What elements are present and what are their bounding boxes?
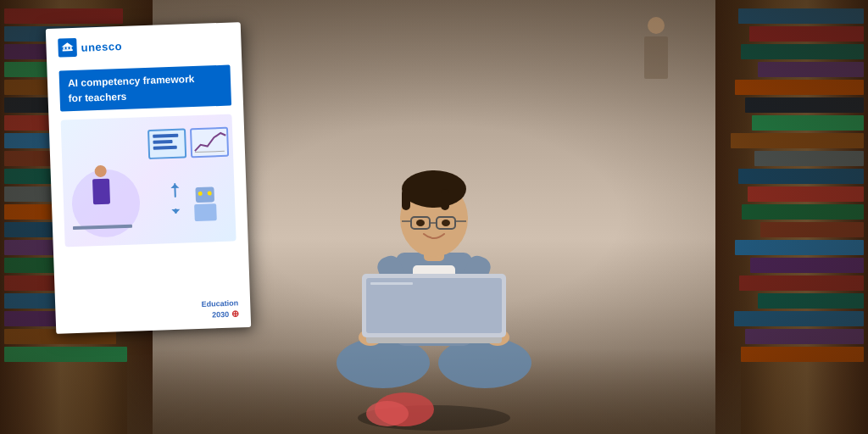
bar1 [153,133,178,137]
svg-rect-9 [441,189,449,210]
svg-rect-32 [195,150,225,152]
temple-icon [60,41,75,55]
illus-person-body [92,178,110,204]
illus-person-head [94,164,106,176]
unesco-document: unesco AI competency framework for teach… [46,22,251,334]
document-footer: Education 2030 ⊕ [202,300,239,320]
svg-rect-23 [366,278,502,333]
arrows-svg [162,179,188,214]
document-illustration [61,114,236,247]
svg-point-15 [416,220,425,226]
document-title-section: AI competency framework for teachers [59,65,232,112]
svg-rect-30 [70,47,72,49]
main-person-area [298,108,570,434]
document-header: unesco [46,22,242,64]
illustration-robot [192,186,218,221]
unesco-logo: unesco [58,36,122,58]
illustration-person [79,164,124,234]
svg-rect-27 [63,49,73,51]
illustration-screen1 [147,128,186,159]
bg-person-body [644,36,668,79]
svg-point-26 [366,401,409,426]
svg-marker-31 [61,42,73,47]
bar2 [153,140,172,144]
unesco-icon [58,38,77,58]
svg-rect-29 [67,47,69,49]
svg-rect-24 [370,282,413,285]
robot-eye-left [198,191,203,195]
unesco-label: unesco [81,39,122,53]
year-text: 2030 [212,310,229,320]
education-text: Education [202,299,239,309]
bg-person-head [648,17,665,34]
person-svg [298,108,570,431]
bar3 [153,145,177,149]
robot-body [194,203,217,221]
svg-point-16 [442,220,450,226]
svg-point-7 [402,170,466,208]
background-person [631,17,682,119]
svg-rect-28 [64,47,65,49]
robot-head [195,186,214,203]
education2030-label: Education 2030 ⊕ [202,300,239,320]
chart-svg [192,128,227,155]
svg-rect-8 [402,189,410,210]
illustration-screen2 [190,126,229,158]
robot-eye-right [208,191,212,195]
